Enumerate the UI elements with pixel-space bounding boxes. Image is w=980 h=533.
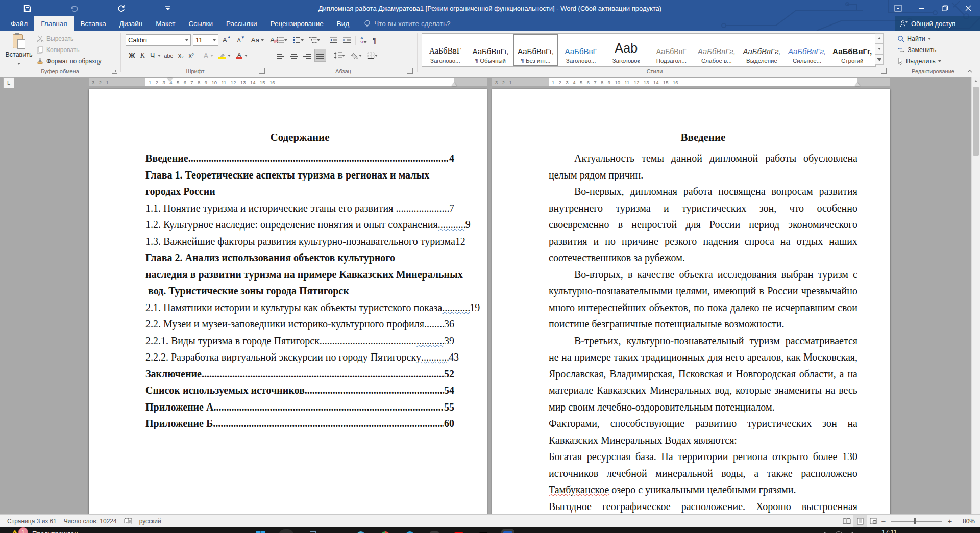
edge-button[interactable] bbox=[354, 529, 368, 533]
underline-button[interactable]: Ч bbox=[148, 49, 157, 62]
tab-home[interactable]: Главная bbox=[34, 16, 74, 31]
line-spacing-button[interactable] bbox=[332, 49, 347, 62]
replace-button[interactable]: Заменить bbox=[897, 44, 941, 56]
app-button[interactable] bbox=[428, 529, 441, 533]
font-color-button[interactable]: А bbox=[234, 49, 249, 62]
style-item-strong[interactable]: АаБбВвГг, Строгий bbox=[829, 34, 875, 66]
shrink-font-button[interactable]: А▼ bbox=[235, 34, 247, 46]
multilevel-list-button[interactable] bbox=[307, 34, 322, 46]
print-layout-button[interactable] bbox=[853, 515, 867, 527]
align-left-button[interactable] bbox=[275, 49, 286, 62]
language-indicator[interactable]: русский bbox=[139, 518, 161, 525]
zoom-in-button[interactable]: + bbox=[946, 517, 953, 525]
strikethrough-button[interactable]: abc bbox=[162, 49, 175, 62]
style-item-subtle-emphasis[interactable]: АаБбВвГг, Слабое в... bbox=[694, 34, 740, 66]
read-mode-button[interactable] bbox=[840, 515, 853, 527]
align-center-button[interactable] bbox=[288, 49, 300, 62]
select-button[interactable]: Выделить bbox=[897, 56, 941, 67]
youtube-button[interactable] bbox=[452, 529, 465, 533]
scrollbar-up-button[interactable] bbox=[972, 77, 980, 85]
styles-scroll-up-button[interactable] bbox=[875, 33, 884, 44]
copy-button[interactable]: Копировать bbox=[37, 44, 102, 56]
style-item-emphasis[interactable]: АаБбВвГг, Выделение bbox=[739, 34, 785, 66]
search-button[interactable] bbox=[279, 529, 294, 533]
right-indent-marker[interactable] bbox=[452, 83, 457, 86]
share-button[interactable]: Общий доступ bbox=[895, 16, 980, 31]
tab-review[interactable]: Рецензирование bbox=[264, 16, 330, 31]
justify-button[interactable] bbox=[314, 49, 326, 62]
cut-button[interactable]: Вырезать bbox=[37, 33, 102, 44]
show-marks-button[interactable]: ¶ bbox=[371, 34, 379, 46]
borders-button[interactable] bbox=[365, 49, 380, 62]
vertical-scrollbar[interactable] bbox=[971, 77, 980, 514]
zoom-level[interactable]: 80% bbox=[953, 518, 975, 525]
tab-design[interactable]: Дизайн bbox=[113, 16, 149, 31]
italic-button[interactable]: К bbox=[138, 49, 147, 62]
find-button[interactable]: Найти bbox=[897, 33, 941, 44]
styles-dialog-launcher[interactable] bbox=[881, 68, 887, 74]
style-item-no-spacing[interactable]: АаБбВвГг, ¶ Без инт... bbox=[513, 34, 558, 66]
save-button[interactable] bbox=[15, 0, 39, 16]
word-taskbar-button[interactable] bbox=[501, 529, 514, 533]
grow-font-button[interactable]: А▲ bbox=[220, 34, 233, 46]
styles-scroll-down-button[interactable] bbox=[875, 44, 884, 55]
file-explorer-button[interactable] bbox=[330, 529, 343, 533]
tab-insert[interactable]: Вставка bbox=[74, 16, 113, 31]
start-button[interactable] bbox=[254, 529, 267, 533]
style-item-title[interactable]: Ааb Заголовок bbox=[603, 34, 649, 66]
highlight-button[interactable] bbox=[216, 49, 233, 62]
scrollbar-thumb[interactable] bbox=[973, 87, 979, 156]
tab-layout[interactable]: Макет bbox=[149, 16, 182, 31]
page-toc[interactable]: Содержание Введение.....................… bbox=[89, 89, 487, 514]
close-button[interactable] bbox=[957, 0, 980, 16]
style-item-intense-emphasis[interactable]: АаБбВвГг, Сильное... bbox=[785, 34, 830, 66]
style-item-subtitle[interactable]: АаБбВвГ Подзагол... bbox=[649, 34, 694, 66]
notification-item[interactable]: 1 Предупрежден... bbox=[10, 529, 83, 533]
decrease-indent-button[interactable] bbox=[328, 34, 339, 46]
tab-references[interactable]: Ссылки bbox=[182, 16, 219, 31]
ribbon-display-options-button[interactable] bbox=[886, 0, 910, 16]
styles-gallery-more-button[interactable] bbox=[875, 54, 884, 65]
zoom-slider[interactable] bbox=[891, 521, 942, 522]
first-line-indent-marker[interactable] bbox=[167, 78, 173, 81]
font-size-combo[interactable]: 11 bbox=[193, 34, 218, 46]
underline-caret-icon[interactable] bbox=[158, 55, 161, 57]
align-right-button[interactable] bbox=[301, 49, 313, 62]
page-introduction[interactable]: Введение Актуальность темы данной диплом… bbox=[492, 89, 890, 514]
style-item-heading2[interactable]: АаБбВвГ Заголово... bbox=[558, 34, 604, 66]
proofing-status[interactable] bbox=[124, 518, 132, 525]
chrome-button[interactable] bbox=[379, 529, 392, 533]
collapse-ribbon-icon[interactable] bbox=[967, 69, 973, 73]
zoom-slider-handle[interactable] bbox=[914, 518, 916, 524]
clipboard-dialog-launcher[interactable] bbox=[112, 68, 117, 74]
clock[interactable]: 17:11 bbox=[881, 529, 897, 533]
web-layout-button[interactable] bbox=[867, 515, 880, 527]
tab-file[interactable]: Файл bbox=[4, 16, 34, 31]
system-tray[interactable] bbox=[822, 531, 856, 533]
tab-mailings[interactable]: Рассылки bbox=[219, 16, 264, 31]
style-item-heading1[interactable]: АаБбВвГ Заголово... bbox=[423, 34, 468, 66]
x-button[interactable] bbox=[477, 529, 490, 533]
tab-view[interactable]: Вид bbox=[330, 16, 356, 31]
format-painter-button[interactable]: Формат по образцу bbox=[37, 56, 102, 67]
font-dialog-launcher[interactable] bbox=[259, 68, 265, 74]
minimize-button[interactable] bbox=[910, 0, 933, 16]
change-case-button[interactable]: Аа bbox=[249, 34, 266, 46]
right-indent-marker-2[interactable] bbox=[855, 83, 860, 86]
shading-button[interactable] bbox=[349, 49, 364, 62]
zoom-out-button[interactable]: − bbox=[880, 517, 887, 525]
tab-stop-selector[interactable]: L bbox=[3, 77, 14, 88]
customize-qat-button[interactable] bbox=[156, 0, 180, 16]
superscript-button[interactable]: x² bbox=[187, 49, 196, 62]
page-indicator[interactable]: Страница 3 из 61 bbox=[7, 518, 57, 525]
font-family-combo[interactable]: Calibri bbox=[126, 34, 191, 46]
numbering-button[interactable] bbox=[291, 34, 306, 46]
sort-button[interactable]: АЯ bbox=[358, 34, 369, 46]
subscript-button[interactable]: x₂ bbox=[176, 49, 186, 62]
tell-me-box[interactable]: Что вы хотите сделать? bbox=[364, 16, 450, 31]
restore-button[interactable] bbox=[933, 0, 957, 16]
word-count[interactable]: Число слов: 10224 bbox=[64, 518, 117, 525]
paragraph-dialog-launcher[interactable] bbox=[407, 68, 413, 74]
text-effects-button[interactable]: А bbox=[202, 49, 215, 62]
task-view-button[interactable] bbox=[305, 529, 318, 533]
